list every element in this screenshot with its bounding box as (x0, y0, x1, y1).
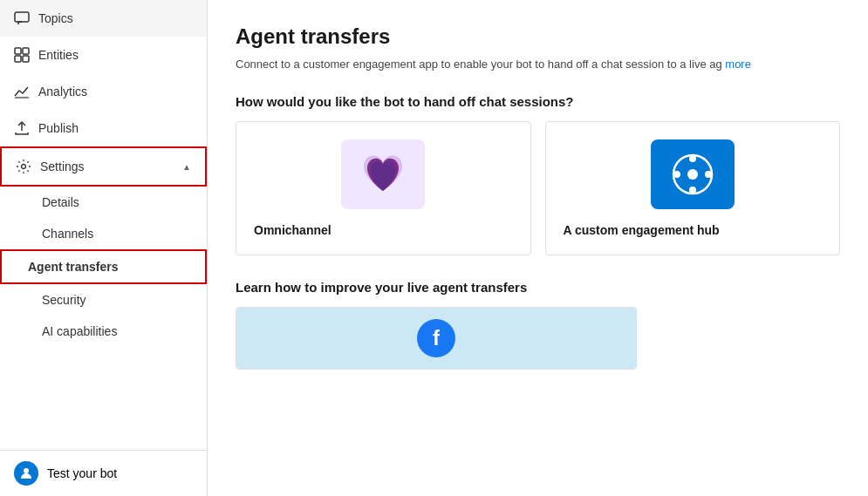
page-subtitle: Connect to a customer engagement app to … (236, 56, 840, 73)
gear-icon (16, 159, 31, 174)
svg-rect-2 (23, 48, 29, 54)
cards-row: Omnichannel A custom engagement hub (236, 121, 840, 255)
sidebar-scroll: Topics Entities Analytics (0, 0, 207, 450)
upload-icon (14, 120, 30, 136)
custom-hub-label: A custom engagement hub (564, 223, 823, 237)
svg-point-14 (705, 171, 712, 178)
svg-rect-0 (15, 12, 29, 22)
sidebar-bottom-test-bot[interactable]: Test your bot (0, 450, 207, 496)
grid-icon (14, 47, 30, 63)
sidebar-item-label: Publish (38, 121, 79, 135)
omnichannel-card[interactable]: Omnichannel (236, 121, 531, 255)
svg-point-7 (22, 165, 26, 169)
svg-point-12 (689, 187, 696, 194)
sidebar-item-label: Settings (40, 160, 85, 173)
learn-card-top: f (236, 308, 636, 369)
sidebar-item-publish[interactable]: Publish (0, 110, 207, 146)
learn-card-1[interactable]: f (236, 307, 637, 370)
sidebar-sub-item-label: Channels (42, 227, 93, 241)
facebook-icon: f (417, 319, 455, 357)
test-bot-label: Test your bot (47, 466, 117, 480)
learn-cards-row: f (236, 307, 840, 370)
custom-hub-card[interactable]: A custom engagement hub (545, 121, 841, 255)
bot-avatar (14, 461, 38, 486)
svg-point-13 (673, 171, 680, 178)
sidebar-sub-item-label: Security (42, 293, 86, 307)
sidebar-sub-item-ai-capabilities[interactable]: AI capabilities (0, 316, 207, 347)
svg-point-8 (24, 468, 29, 473)
subtitle-link[interactable]: more (725, 58, 751, 71)
sidebar-item-analytics[interactable]: Analytics (0, 73, 207, 110)
omnichannel-icon (341, 139, 425, 209)
sidebar-sub-item-label: AI capabilities (42, 324, 117, 338)
sidebar: Topics Entities Analytics (0, 0, 208, 496)
sidebar-item-label: Topics (38, 11, 73, 25)
svg-point-11 (689, 155, 696, 162)
sidebar-sub-item-channels[interactable]: Channels (0, 218, 207, 249)
sidebar-item-settings[interactable]: Settings ▲ (0, 146, 207, 187)
custom-hub-icon-wrap (564, 139, 823, 209)
sidebar-sub-item-security[interactable]: Security (0, 284, 207, 316)
hand-off-heading: How would you like the bot to hand off c… (236, 94, 840, 109)
sidebar-item-topics[interactable]: Topics (0, 0, 207, 37)
omnichannel-label: Omnichannel (254, 223, 513, 237)
learn-heading: Learn how to improve your live agent tra… (236, 280, 840, 295)
svg-rect-1 (15, 48, 21, 54)
sidebar-sub-item-label: Agent transfers (28, 260, 118, 274)
chevron-up-icon: ▲ (182, 162, 191, 172)
svg-point-10 (687, 169, 698, 180)
sidebar-item-label: Entities (38, 48, 79, 62)
subtitle-text: Connect to a customer engagement app to … (236, 58, 722, 71)
chat-icon (14, 10, 30, 26)
sidebar-sub-item-details[interactable]: Details (0, 187, 207, 218)
omnichannel-icon-wrap (254, 139, 513, 209)
sidebar-item-label: Analytics (38, 85, 87, 99)
sidebar-sub-item-label: Details (42, 195, 79, 209)
svg-rect-3 (15, 56, 21, 62)
page-title: Agent transfers (236, 24, 840, 49)
sidebar-item-entities[interactable]: Entities (0, 37, 207, 73)
sidebar-sub-item-agent-transfers[interactable]: Agent transfers (0, 249, 207, 284)
custom-hub-icon (651, 139, 735, 209)
chart-icon (14, 84, 30, 99)
main-content: Agent transfers Connect to a customer en… (208, 0, 868, 496)
svg-rect-4 (23, 56, 29, 62)
